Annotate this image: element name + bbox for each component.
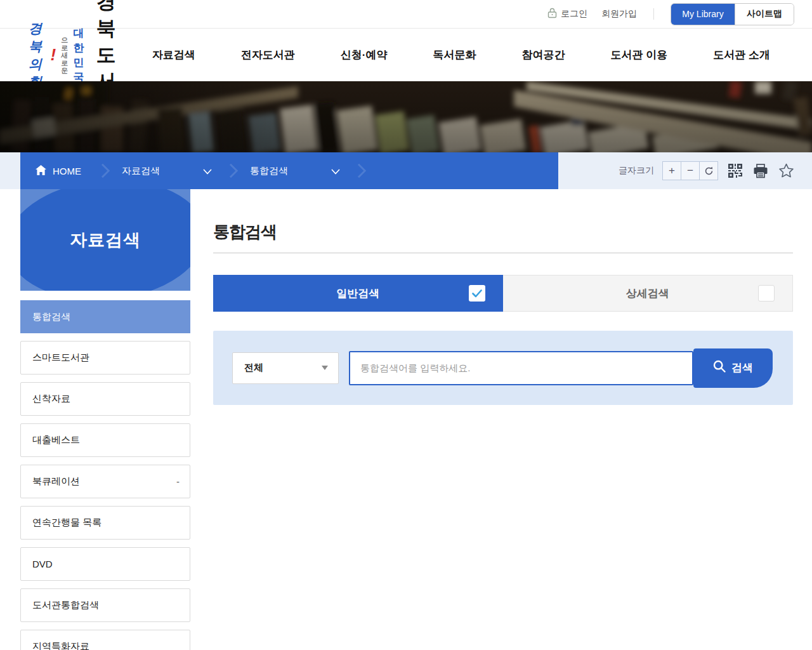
sidebar-item-smart-library[interactable]: 스마트도서관 [20, 341, 190, 375]
breadcrumb-strip: HOME 자료검색 통합검색 글자크기 + − [0, 152, 812, 189]
sidebar-item-local-special-materials[interactable]: 지역특화자료 [20, 630, 190, 650]
main-content: 통합검색 일반검색 상세검색 전체 [213, 189, 793, 405]
search-category-select[interactable]: 전체 [232, 352, 339, 384]
hero-bookshelf-image [0, 81, 812, 152]
topbar-button-group: My Library 사이트맵 [671, 3, 794, 25]
signup-label: 회원가입 [601, 8, 637, 20]
tab-general-search[interactable]: 일반검색 [213, 275, 503, 312]
sidebar-title-box: 자료검색 [20, 189, 190, 291]
lock-icon [547, 8, 557, 20]
login-label: 로그인 [561, 8, 587, 20]
font-size-label: 글자크기 [619, 165, 654, 176]
tab-detail-search[interactable]: 상세검색 [503, 275, 794, 312]
content-area: 자료검색 통합검색 스마트도서관 신착자료 대출베스트 북큐레이션 - 연속간행… [0, 189, 812, 650]
nav-item-reading-culture[interactable]: 독서문화 [410, 41, 499, 69]
search-mode-tabs: 일반검색 상세검색 [213, 275, 793, 312]
nav-item-library-intro[interactable]: 도서관 소개 [690, 41, 793, 69]
title-divider [213, 253, 793, 253]
logo-country: 대한민국 [74, 26, 88, 84]
search-button[interactable]: 검색 [693, 348, 773, 388]
sidebar-item-unified-search[interactable]: 통합검색 [20, 300, 190, 333]
home-icon [36, 165, 46, 177]
checkbox-checked-icon [469, 285, 485, 302]
breadcrumb: HOME 자료검색 통합검색 [20, 152, 558, 189]
print-icon[interactable] [752, 162, 769, 179]
collapse-indicator: - [176, 476, 180, 487]
select-arrow-icon [322, 366, 328, 370]
sidebar-item-new-materials[interactable]: 신착자료 [20, 382, 190, 416]
qr-code-icon[interactable] [727, 162, 743, 179]
favorite-star-icon[interactable] [778, 162, 794, 179]
search-input[interactable] [349, 351, 693, 385]
site-header: 경북의 힘! 으로 새로운 대한민국 경북도서관 자료검색 전자도서관 신청·예… [0, 29, 812, 81]
chevron-down-icon [331, 166, 340, 176]
sidebar-item-book-curation[interactable]: 북큐레이션 - [20, 465, 190, 498]
page-title: 통합검색 [213, 221, 793, 243]
search-icon [713, 360, 726, 376]
breadcrumb-home[interactable]: HOME [20, 152, 98, 189]
font-size-increase-button[interactable]: + [662, 161, 681, 180]
topbar-divider [653, 8, 654, 20]
search-panel: 전체 검색 [213, 331, 793, 405]
nav-item-apply-reserve[interactable]: 신청·예약 [318, 41, 410, 69]
logo-exclamation: ! [50, 45, 56, 65]
sidebar-item-serials-list[interactable]: 연속간행물 목록 [20, 506, 190, 540]
nav-item-participation[interactable]: 참여공간 [499, 41, 588, 69]
login-link[interactable]: 로그인 [547, 8, 587, 20]
logo-slogan-small: 으로 새로운 [61, 36, 68, 74]
font-size-reset-button[interactable] [699, 161, 718, 180]
main-navigation: 자료검색 전자도서관 신청·예약 독서문화 참여공간 도서관 이용 도서관 소개 [129, 41, 793, 69]
checkbox-unchecked-icon [758, 285, 775, 302]
signup-link[interactable]: 회원가입 [601, 8, 637, 20]
sitemap-button[interactable]: 사이트맵 [735, 4, 794, 25]
breadcrumb-level1-dropdown[interactable]: 자료검색 [108, 152, 226, 189]
my-library-button[interactable]: My Library [671, 4, 735, 25]
breadcrumb-separator [352, 164, 367, 178]
sidebar-title: 자료검색 [20, 189, 190, 291]
sidebar: 자료검색 통합검색 스마트도서관 신착자료 대출베스트 북큐레이션 - 연속간행… [20, 189, 190, 650]
nav-item-library-use[interactable]: 도서관 이용 [588, 41, 691, 69]
logo-slogan-script: 경북의 힘 [29, 20, 47, 91]
font-size-decrease-button[interactable]: − [681, 161, 700, 180]
sidebar-item-loan-best[interactable]: 대출베스트 [20, 423, 190, 457]
nav-item-material-search[interactable]: 자료검색 [129, 41, 218, 69]
font-size-controls: + − [663, 161, 718, 180]
chevron-down-icon [203, 166, 212, 176]
sidebar-item-library-unified-search[interactable]: 도서관통합검색 [20, 588, 190, 622]
page-tools: 글자크기 + − [619, 152, 794, 189]
breadcrumb-level2-dropdown[interactable]: 통합검색 [236, 152, 354, 189]
nav-item-digital-library[interactable]: 전자도서관 [218, 41, 318, 69]
sidebar-item-dvd[interactable]: DVD [20, 547, 190, 581]
